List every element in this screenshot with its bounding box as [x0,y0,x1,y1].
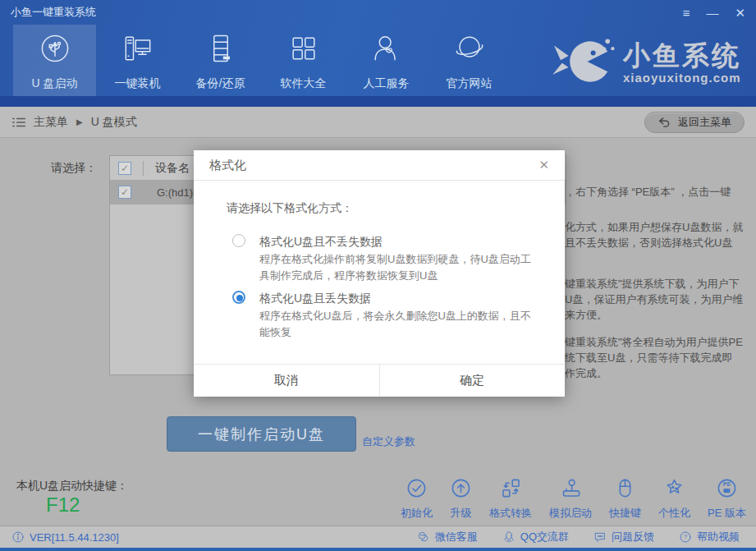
tool-hotkey[interactable]: 快捷键 [609,477,641,521]
globe-icon [451,30,488,69]
nav-item-software-center[interactable]: 软件大全 [262,25,345,97]
version-text: VER[11.5.44.1230] [30,531,119,544]
version-info: VER[11.5.44.1230] [11,530,119,544]
wechat-icon [417,530,430,544]
nav-item-official-website[interactable]: 官方网站 [428,25,511,97]
tool-label: PE 版本 [708,506,746,521]
hint-line: 键重装系统"将全程自动为用户提供PE [565,335,743,350]
option-description: 程序在格式化U盘后，将会永久删除您U盘上的数据，且不能恢复 [259,308,538,341]
nav-item-label: 官方网站 [447,76,493,91]
status-link-label: QQ交流群 [520,530,569,544]
device-row-checkbox[interactable]: ✓ [118,186,131,199]
question-circle-icon: ? [679,530,692,544]
hint-line: 统下载至U盘，只需等待下载完成即 [565,351,732,365]
bottom-accent-line [0,548,756,551]
tool-row: 初始化 升级 格式转换 模拟启动 快捷键 个性化 PE PE 版本 [401,477,746,521]
hint-line: 键重装系统"提供系统下载，为用户下 [565,277,740,292]
format-dialog-title: 格式化 [209,158,246,173]
qq-group-link[interactable]: QQ交流群 [502,530,569,544]
status-link-label: 问题反馈 [612,530,654,544]
nav-item-usb-boot[interactable]: U 盘启动 [13,25,96,97]
tool-label: 个性化 [658,506,690,521]
hint-line: 化方式，如果用户想保存U盘数据，就 [565,220,743,235]
select-device-label: 请选择： [51,161,97,176]
tool-label: 初始化 [401,506,433,521]
feedback-link[interactable]: 问题反馈 [593,530,654,544]
check-circle-icon [405,477,428,502]
window-title: 小鱼一键重装系统 [11,5,96,20]
nav-item-customer-service[interactable]: 人工服务 [345,25,428,97]
tool-upgrade[interactable]: 升级 [450,477,472,521]
format-dialog-footer: 取消 确定 [194,364,565,397]
info-icon [11,530,25,544]
joystick-icon [560,477,582,502]
computer-icon [120,30,156,69]
hint-line: U盘，保证用户有系统可装，为用户维 [565,292,743,307]
column-divider [143,161,144,176]
hint-line: 作完成。 [565,366,607,381]
option-title: 格式化U盘且丢失数据 [259,290,538,306]
boot-hotkey-value: F12 [46,494,80,517]
format-dialog-header: 格式化 ✕ [194,150,565,181]
star-badge-icon [663,477,685,502]
pe-version-icon: PE [716,477,738,502]
list-icon [11,116,26,129]
status-link-label: 帮助视频 [697,530,740,544]
tool-pe-version[interactable]: PE PE 版本 [708,477,746,521]
boot-hotkey-label: 本机U盘启动快捷键： [16,479,128,494]
breadcrumb-separator-icon: ▶ [76,117,83,126]
cancel-button[interactable]: 取消 [194,365,380,397]
nav-item-label: 软件大全 [281,76,327,91]
nav-item-label: 人工服务 [364,76,410,91]
nav-item-label: U 盘启动 [32,76,78,91]
wechat-support-link[interactable]: 微信客服 [417,530,478,544]
help-video-link[interactable]: ? 帮助视频 [679,530,740,544]
select-all-checkbox[interactable]: ✓ [118,162,131,175]
svg-text:?: ? [684,533,687,540]
format-method-prompt: 请选择以下格式化方式： [227,201,565,216]
nav-item-backup-restore[interactable]: 备份/还原 [179,25,262,97]
svg-text:PE: PE [723,480,731,488]
tool-personalize[interactable]: 个性化 [658,477,690,521]
chat-bubble-icon [593,530,607,544]
tool-format-convert[interactable]: 格式转换 [489,477,532,521]
tool-simulate-boot[interactable]: 模拟启动 [549,477,592,521]
format-option-keep-data[interactable]: 格式化U盘且不丢失数据 程序在格式化操作前将复制U盘数据到硬盘，待U盘启动工具制… [232,233,538,284]
custom-params-link[interactable]: 自定义参数 [362,434,415,449]
tool-label: 快捷键 [609,506,641,521]
format-dialog: 格式化 ✕ 请选择以下格式化方式： 格式化U盘且不丢失数据 程序在格式化操作前将… [194,150,565,397]
nav-item-label: 备份/还原 [196,76,245,91]
format-option-lose-data[interactable]: 格式化U盘且丢失数据 程序在格式化U盘后，将会永久删除您U盘上的数据，且不能恢复 [232,290,538,341]
tool-label: 升级 [451,506,472,521]
nav-item-one-key-install[interactable]: 一键装机 [96,25,179,97]
option-description: 程序在格式化操作前将复制U盘数据到硬盘，待U盘启动工具制作完成后，程序将数据恢复… [259,251,538,284]
background-hint-text: ，右下角选择 “PE版本” ，点击一键 化方式，如果用户想保存U盘数据，就 且不… [565,0,756,472]
make-boot-usb-button[interactable]: 一键制作启动U盘 [167,416,356,452]
option-title: 格式化U盘且不丢失数据 [259,233,538,250]
grid-icon [286,30,322,69]
main-nav: U 盘启动 一键装机 备份/还原 软件大全 人工服务 官方网站 [13,25,511,97]
hint-line: 且不丢失数据，否则选择格式化U盘 [565,236,732,250]
person-icon [369,30,405,69]
tool-label: 模拟启动 [549,506,592,521]
radio-checked-icon[interactable] [232,291,245,304]
radio-unchecked-icon[interactable] [232,234,245,247]
breadcrumb-root[interactable]: 主菜单 [34,115,68,130]
device-name-column-header: 设备名 [155,161,190,176]
tool-initialize[interactable]: 初始化 [401,477,433,521]
status-links: 微信客服 QQ交流群 问题反馈 ? 帮助视频 [417,530,740,544]
status-link-label: 微信客服 [435,530,478,544]
nav-item-label: 一键装机 [115,76,161,91]
ok-button[interactable]: 确定 [380,365,566,397]
qq-icon [502,530,515,544]
hint-line: ，右下角选择 “PE版本” ，点击一键 [565,185,731,200]
app-window: 小鱼一键重装系统 ≡ — ✕ U 盘启动 一键装机 备份/还原 软件大 [0,0,756,551]
status-bar: VER[11.5.44.1230] 微信客服 QQ交流群 问题反馈 ? 帮助视频 [0,526,756,548]
hint-line: 来方便。 [565,308,607,323]
mouse-icon [614,477,636,502]
dialog-close-icon[interactable]: ✕ [538,158,549,172]
usb-icon [37,30,73,69]
convert-icon [500,477,522,502]
server-icon [203,30,239,69]
tool-label: 格式转换 [489,506,532,521]
